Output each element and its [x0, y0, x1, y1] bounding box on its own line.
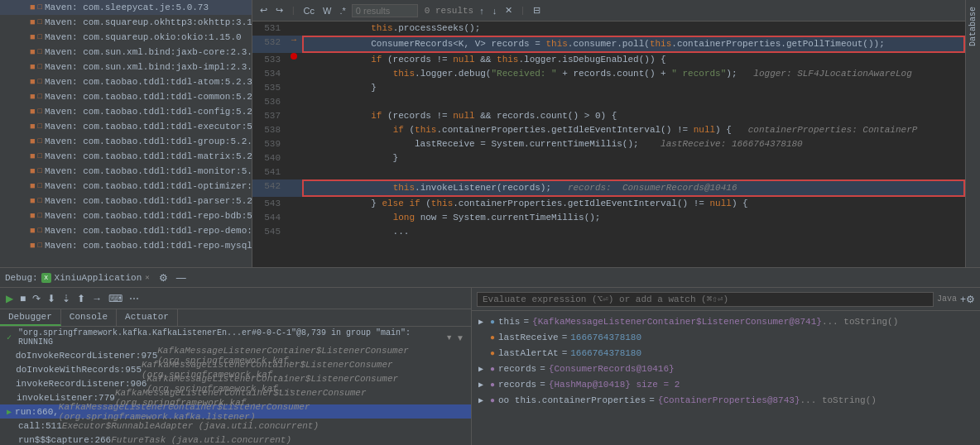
jar-icon: ■ — [30, 2, 36, 12]
app-name: XiniuApplication — [55, 273, 142, 283]
var-expand[interactable]: ▶ — [478, 362, 487, 376]
jar-icon: ■ — [30, 77, 36, 87]
dep-icon: □ — [38, 242, 42, 250]
stack-pkg: FutureTask (java.util.concurrent) — [111, 435, 291, 445]
code-line: 543 } else if (this.containerProperties.… — [252, 197, 965, 211]
var-expand[interactable]: ▶ — [478, 315, 487, 329]
stack-arrow-icon: ▶ — [7, 407, 12, 417]
tree-item[interactable]: ■□Maven: com.squareup.okio:okio:1.15.0 — [0, 30, 252, 45]
watch-add-btn[interactable]: + — [960, 294, 966, 305]
prev-result-btn[interactable]: ↑ — [477, 5, 487, 17]
debug-tabs: Debugger Console Actuator — [0, 309, 471, 327]
tree-item[interactable]: ■□Maven: com.taobao.tddl:tddl-parser:5.2… — [0, 194, 252, 208]
tree-item[interactable]: ■□Maven: com.sun.xml.bind:jaxb-impl:2.3.… — [0, 60, 252, 74]
tree-label: Maven: com.taobao.tddl:tddl-optimizer:5.… — [45, 181, 252, 191]
tree-label: Maven: com.squareup.okio:okio:1.15.0 — [45, 32, 242, 42]
tree-item[interactable]: ■□Maven: com.taobao.tddl:tddl-group:5.2.… — [0, 134, 252, 149]
jar-icon: ■ — [30, 181, 36, 191]
tree-item[interactable]: ■□Maven: com.sleepycat.je:5.0.73 — [0, 0, 252, 15]
tree-item[interactable]: ■□Maven: com.taobao.tddl:tddl-monitor:5.… — [0, 164, 252, 179]
run-to-cursor-btn[interactable]: → — [89, 292, 104, 305]
var-name: lastAlertAt — [498, 347, 559, 361]
thread-options-btn[interactable]: ▼ — [456, 333, 464, 342]
tab-console[interactable]: Console — [61, 309, 117, 326]
tree-item[interactable]: ■□Maven: com.taobao.tddl:tddl-repo-demo:… — [0, 223, 252, 238]
tab-actuator[interactable]: Actuator — [117, 309, 178, 326]
code-line: 544 long now = System.currentTimeMillis(… — [252, 211, 965, 225]
tree-item[interactable]: ■□Maven: com.taobao.tddl:tddl-repo-bdb:5… — [0, 208, 252, 223]
dep-icon: □ — [38, 167, 42, 175]
stop-btn[interactable]: ■ — [17, 292, 28, 305]
debug-right-panel: Java + ⚙ ▶ ● this = {KafkaMessageListene… — [472, 288, 980, 445]
tree-item[interactable]: ■□Maven: com.taobao.tddl:tddl-common:5.2… — [0, 89, 252, 104]
code-editor[interactable]: 531 this.processSeeks(); 532 → ConsumerR… — [252, 22, 965, 267]
jar-icon: ■ — [30, 166, 36, 176]
filter-btn[interactable]: ⊟ — [531, 4, 543, 17]
code-line: 541 — [252, 165, 965, 179]
dep-icon: □ — [38, 227, 42, 235]
tree-item[interactable]: ■□Maven: com.squareup.okhttp3:okhttp:3.1… — [0, 15, 252, 30]
step-into-btn[interactable]: ⬇ — [45, 292, 58, 305]
var-expand[interactable]: ▶ — [478, 394, 487, 408]
watch-expression-input[interactable] — [477, 292, 934, 307]
more-btn[interactable]: ⋯ — [127, 292, 142, 305]
line-number: 531 — [252, 22, 286, 36]
undo-btn[interactable]: ↩ — [257, 4, 270, 17]
force-step-into-btn[interactable]: ⇣ — [60, 292, 73, 305]
line-number: 540 — [252, 151, 286, 165]
next-result-btn[interactable]: ↓ — [490, 5, 500, 17]
match-case-btn[interactable]: Cc — [301, 5, 317, 17]
app-icon: X — [41, 273, 51, 283]
tree-item[interactable]: ■□Maven: com.taobao.tddl:tddl-repo-mysql… — [0, 238, 252, 253]
debug-settings: ⚙ — — [156, 271, 189, 285]
debug-settings-btn[interactable]: ⚙ — [156, 271, 171, 285]
tree-label: Maven: com.taobao.tddl:tddl-repo-bdb:5.2… — [45, 211, 252, 221]
redo-btn[interactable]: ↪ — [273, 4, 286, 17]
search-input[interactable] — [352, 4, 418, 17]
tree-item[interactable]: ■□Maven: com.taobao.tddl:tddl-atom:5.2.3 — [0, 74, 252, 89]
stack-item[interactable]: ▶run:660, KafkaMessageListenerContainer$… — [0, 404, 471, 419]
line-content: } else if (this.containerProperties.getI… — [302, 197, 965, 211]
tree-item[interactable]: ■□Maven: com.sun.xml.bind:jaxb-core:2.3.… — [0, 45, 252, 60]
breakpoint-dot[interactable] — [291, 53, 297, 60]
evaluate-btn[interactable]: ⌨ — [106, 292, 125, 305]
variable-item: ▶ ● records = {ConsumerRecords@10416} — [472, 361, 980, 377]
tab-debugger[interactable]: Debugger — [0, 309, 61, 326]
database-tab[interactable]: Database — [967, 0, 979, 53]
tree-label: Maven: com.sun.xml.bind:jaxb-core:2.3.0 — [45, 47, 252, 57]
var-equals: = — [540, 378, 545, 392]
step-out-btn[interactable]: ⬆ — [74, 292, 88, 305]
dep-icon: □ — [38, 78, 42, 86]
variables-list: ▶ ● this = {KafkaMessageListenerContaine… — [472, 311, 980, 445]
tree-item[interactable]: ■□Maven: com.taobao.tddl:tddl-config:5.2… — [0, 104, 252, 119]
tree-item[interactable]: ■□Maven: com.taobao.tddl:tddl-executor:5… — [0, 119, 252, 134]
variable-item: ▶ ● oo this.containerProperties = {Conta… — [472, 393, 980, 409]
dep-icon: □ — [38, 197, 42, 205]
watch-settings-btn[interactable]: ⚙ — [966, 294, 975, 305]
line-number: 535 — [252, 81, 286, 95]
tree-label: Maven: com.taobao.tddl:tddl-matrix:5.2.3 — [45, 151, 252, 161]
dep-icon: □ — [38, 63, 42, 71]
line-number: 534 — [252, 67, 286, 81]
close-debug-tab[interactable]: ✕ — [145, 273, 149, 282]
stack-item[interactable]: run$$$capture:266 FutureTask (java.util.… — [0, 433, 471, 445]
resume-btn[interactable]: ▶ — [3, 292, 16, 305]
dep-icon: □ — [38, 18, 42, 26]
dep-icon: □ — [38, 48, 42, 56]
tree-label: Maven: com.taobao.tddl:tddl-atom:5.2.3 — [45, 77, 252, 87]
debug-header: Debug: X XiniuApplication ✕ ⚙ — — [0, 268, 980, 288]
debug-minimize-btn[interactable]: — — [174, 271, 189, 285]
jar-icon: ■ — [30, 136, 36, 146]
tree-item[interactable]: ■□Maven: com.taobao.tddl:tddl-optimizer:… — [0, 179, 252, 194]
var-expand[interactable]: ▶ — [478, 378, 487, 392]
jar-icon: ■ — [30, 47, 36, 57]
tree-item[interactable]: ■□Maven: com.taobao.tddl:tddl-matrix:5.2… — [0, 149, 252, 164]
whole-word-btn[interactable]: W — [320, 5, 334, 17]
dep-icon: □ — [38, 93, 42, 101]
regex-btn[interactable]: .* — [337, 5, 348, 17]
thread-filter-btn[interactable]: ▼ — [445, 333, 453, 342]
close-search-btn[interactable]: ✕ — [502, 4, 515, 17]
line-number: 544 — [252, 211, 286, 225]
line-number: 532 — [252, 36, 286, 50]
step-over-btn[interactable]: ↷ — [30, 292, 43, 305]
